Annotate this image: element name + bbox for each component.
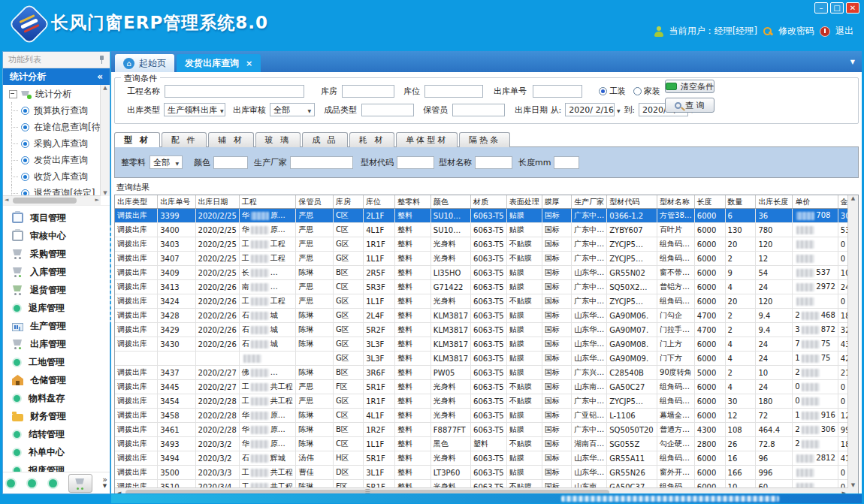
profile-name-input[interactable] xyxy=(475,156,512,169)
sidebar-module-仓储管理[interactable]: 仓储管理 xyxy=(3,371,110,389)
sidebar-module-财务管理[interactable]: 财务管理 xyxy=(3,407,110,425)
column-header[interactable]: 长度 xyxy=(694,195,725,209)
column-header[interactable]: 库房 xyxy=(334,195,364,209)
tree-root[interactable]: 统计分析 xyxy=(3,85,110,102)
table-vertical-scrollbar[interactable]: ▲▼ xyxy=(847,195,858,488)
material-tab-配件[interactable]: 配 件 xyxy=(162,132,207,147)
tabbar-dropdown-icon[interactable]: ▼ xyxy=(850,59,855,65)
collapse-expander-icon[interactable] xyxy=(9,90,17,98)
manufacturer-input[interactable] xyxy=(290,156,353,169)
sidebar-module-生产管理[interactable]: 生产管理 xyxy=(3,317,110,335)
material-tab-单体型材[interactable]: 单体型材 xyxy=(396,132,458,147)
table-row[interactable]: 调拨出库34542020/2/28工共工程严思G区1R1F整料光身料6063-T… xyxy=(115,394,858,409)
close-button[interactable]: ✕ xyxy=(846,2,859,14)
column-header[interactable]: 膜厚 xyxy=(542,195,572,209)
out-type-select[interactable]: 生产领料出库 xyxy=(164,103,225,116)
footer-dot-icon[interactable] xyxy=(26,478,38,489)
material-tab-玻璃[interactable]: 玻 璃 xyxy=(255,132,301,147)
column-header[interactable]: 整零料 xyxy=(395,195,431,209)
table-row[interactable]: 调拨出库34132020/2/26南…严思C区5R3F整料G714226063-… xyxy=(115,280,858,294)
table-row[interactable]: 调拨出库34092020/2/25长…陈琳B区2R5F整料LI35HO6063-… xyxy=(115,266,858,280)
table-row[interactable]: 调拨出库34372020/2/27佛…陈琳B区3R6F整料PW056063-T5… xyxy=(115,366,858,380)
column-header[interactable]: 型材代码 xyxy=(607,195,657,209)
tree-horizontal-scrollbar[interactable]: ◄ ► xyxy=(3,195,101,205)
table-row[interactable]: 调拨出库34582020/2/28华原…陈琳C区4L1F整料光身料6063-T5… xyxy=(115,409,858,423)
scroll-left-icon[interactable]: ◄ xyxy=(117,490,121,493)
warehouse-input[interactable] xyxy=(342,85,394,98)
table-horizontal-scrollbar[interactable]: ◄ ► xyxy=(115,487,848,493)
footer-overflow-chevron[interactable]: »▼ xyxy=(102,476,107,490)
tree-item[interactable]: 发货出库查询 xyxy=(3,152,110,168)
footer-dot-icon[interactable] xyxy=(47,478,59,489)
tree-item[interactable]: 采购入库查询 xyxy=(3,135,110,152)
column-header[interactable]: 工程 xyxy=(239,195,296,209)
change-password-link[interactable]: 修改密码 xyxy=(778,25,814,38)
project-name-input[interactable] xyxy=(165,85,304,98)
material-tab-型材[interactable]: 型 材 xyxy=(114,132,160,147)
sidebar-module-审核中心[interactable]: 审核中心 xyxy=(3,227,110,245)
table-row[interactable]: 调拨出库34942020/3/2石辉城汤伟H区5R1F整料光身料6063-T5贴… xyxy=(115,451,858,466)
logout-link[interactable]: 退出 xyxy=(835,25,853,38)
column-header[interactable]: 出库类型 xyxy=(115,195,158,209)
table-row[interactable]: G区3L3F整料KLM38176063-T5贴膜国标山东华…GA90M09.门下… xyxy=(115,352,858,366)
length-input[interactable] xyxy=(554,156,579,169)
tree-item[interactable]: 在途信息查询[待 xyxy=(3,119,110,135)
table-row[interactable]: 调拨出库34932020/3/2华原…陈琳C区1L1F整料黑色塑料不贴膜国标湖南… xyxy=(115,437,858,451)
column-header[interactable]: 出库日期 xyxy=(195,195,239,209)
minimize-button[interactable]: – xyxy=(814,2,828,14)
date-from-select[interactable]: 2020/ 2/16 xyxy=(565,103,615,116)
sidebar-module-入库管理[interactable]: 入库管理 xyxy=(3,263,110,281)
tree-item[interactable]: 收货入库查询 xyxy=(3,168,110,185)
sidebar-module-工地管理[interactable]: 工地管理 xyxy=(3,353,110,371)
scroll-left-icon[interactable]: ◄ xyxy=(5,197,8,203)
keeper-input[interactable] xyxy=(452,104,505,116)
table-row[interactable]: 调拨出库34002020/2/25华原…严思C区4L1F整料SU10…6063-… xyxy=(115,223,858,237)
sidebar-module-出库管理[interactable]: 出库管理 xyxy=(3,335,110,353)
column-header[interactable]: 出库单号 xyxy=(158,195,195,209)
table-row[interactable]: 调拨出库34292020/2/26石城陈琳G区5R2F整料KLM38176063… xyxy=(115,323,858,337)
maximize-button[interactable]: □ xyxy=(830,2,844,14)
sidebar-module-补单中心[interactable]: 补单中心 xyxy=(3,443,110,461)
table-row[interactable]: 调拨出库34612020/2/28华原…陈琳B区1R2F整料F8877FT606… xyxy=(115,423,858,437)
column-header[interactable]: 库位 xyxy=(364,195,395,209)
column-header[interactable]: 颜色 xyxy=(430,195,470,209)
color-input[interactable] xyxy=(213,156,248,169)
location-input[interactable] xyxy=(424,85,483,98)
column-header[interactable]: 数量 xyxy=(725,195,756,209)
clear-conditions-button[interactable]: 清空条件 xyxy=(665,80,714,93)
sidebar-module-项目管理[interactable]: 项目管理 xyxy=(3,209,110,227)
sidebar-module-退库管理[interactable]: 退库管理 xyxy=(3,299,110,317)
table-row[interactable]: 调拨出库34072020/2/25工工程严思G区1L1F整料光身料6063-T5… xyxy=(115,252,858,266)
sidebar-module-采购管理[interactable]: 采购管理 xyxy=(3,245,110,263)
material-tab-隔热条[interactable]: 隔热条 xyxy=(459,132,510,147)
column-header[interactable]: 材质 xyxy=(471,195,507,209)
table-row[interactable]: 调拨出库34032020/2/25工工程严思G区1R1F整料光身料6063-T5… xyxy=(115,237,858,252)
order-no-input[interactable] xyxy=(533,85,582,98)
material-tab-成品[interactable]: 成 品 xyxy=(302,132,348,147)
column-header[interactable]: 表面处理 xyxy=(506,195,542,209)
whole-piece-select[interactable]: 全部 xyxy=(150,155,183,169)
tab-shipping-query[interactable]: 发货出库查询 × xyxy=(177,54,261,72)
tree-item[interactable]: 预算执行查询 xyxy=(3,102,110,119)
tree-vertical-scrollbar[interactable]: ▲▼ xyxy=(100,85,110,196)
sidebar-module-结转管理[interactable]: 结转管理 xyxy=(3,425,110,443)
scroll-right-icon[interactable]: ► xyxy=(842,490,846,493)
sidebar-module-物料盘存[interactable]: 物料盘存 xyxy=(3,389,110,407)
scroll-right-icon[interactable]: ► xyxy=(95,197,99,203)
column-header[interactable]: 单价 xyxy=(793,195,838,209)
collapse-icon[interactable]: « xyxy=(97,68,103,85)
sidebar-module-退货管理[interactable]: 退货管理 xyxy=(3,281,110,299)
pin-icon[interactable] xyxy=(99,56,104,64)
profile-code-input[interactable] xyxy=(397,156,434,169)
tab-close-icon[interactable]: × xyxy=(246,59,252,68)
tab-home[interactable]: 起始页 xyxy=(115,54,174,72)
table-row[interactable]: 调拨出库34282020/2/26石城陈琳G区2L4F整料KLM38176063… xyxy=(115,309,858,323)
scroll-thumb[interactable] xyxy=(125,490,609,493)
material-tab-辅材[interactable]: 辅 材 xyxy=(208,132,254,147)
audit-select[interactable]: 全部 xyxy=(270,103,315,116)
footer-dot-icon[interactable] xyxy=(5,478,17,489)
table-row[interactable]: 调拨出库34242020/2/26工工程严思G区1L1F整料光身料6063-T5… xyxy=(115,294,858,309)
product-type-input[interactable] xyxy=(361,104,414,116)
radio-homewear[interactable] xyxy=(633,87,642,95)
footer-cart-button[interactable] xyxy=(68,474,92,493)
